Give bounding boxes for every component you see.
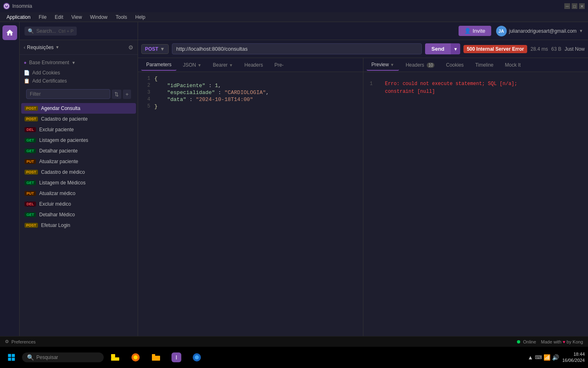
windows-start-button[interactable] [3, 349, 20, 366]
activity-bar: + [0, 22, 20, 368]
user-initials: JA [498, 29, 504, 34]
tab-res-headers[interactable]: Headers 10 [401, 60, 439, 70]
sidebar-title: Requisições [27, 45, 53, 50]
request-item[interactable]: PUTAtualizar paciente [21, 156, 136, 167]
split-pane: Parameters JSON ▼ Bearer ▼ Headers Pre- [138, 58, 588, 368]
request-item[interactable]: POSTCadastro de médico [21, 167, 136, 177]
method-badge: GET [24, 138, 36, 143]
request-body-editor[interactable]: 1 { 2 "idPaciente" : 1, 3 "especialidade… [138, 72, 363, 357]
resp-line-1: 1 Erro: could not execute statement; SQL… [370, 80, 582, 88]
request-item[interactable]: DELExcluir médico [21, 199, 136, 209]
svg-rect-4 [8, 358, 11, 361]
search-placeholder: Search... [36, 28, 56, 34]
add-cookies-item[interactable]: 📄 Add Cookies [20, 69, 138, 77]
user-avatar: JA [496, 26, 507, 36]
preferences-icon[interactable]: ⚙ [5, 339, 9, 344]
request-item[interactable]: GETDetalhar paciente [21, 146, 136, 156]
env-chevron-icon[interactable]: ▼ [71, 61, 76, 65]
request-item[interactable]: POSTCadastro de paciente [21, 114, 136, 124]
tab-cookies[interactable]: Cookies [441, 60, 468, 70]
minimize-button[interactable]: ─ [564, 3, 570, 9]
online-status: Online [517, 339, 536, 344]
request-name: Listagem de pacientes [39, 137, 88, 143]
response-tabs: Preview ▼ Headers 10 Cookies Timeline Mo [363, 58, 588, 72]
online-dot [517, 340, 520, 343]
request-list: POSTAgendar ConsultaPOSTCadastro de paci… [20, 103, 138, 231]
menu-tools[interactable]: Tools [112, 13, 130, 21]
menu-help[interactable]: Help [132, 13, 149, 21]
svg-rect-7 [111, 357, 119, 361]
tray-network-icon: 📶 [543, 354, 550, 361]
svg-rect-3 [12, 354, 15, 357]
request-item[interactable]: PUTAtualizar médico [21, 188, 136, 199]
tab-timeline[interactable]: Timeline [470, 60, 499, 70]
add-certs-item[interactable]: 📋 Add Certificates [20, 77, 138, 85]
search-box[interactable]: 🔍 Search... Ctrl + P [24, 27, 77, 36]
env-dot-icon: ● [24, 60, 27, 65]
home-activity-icon[interactable] [2, 25, 17, 40]
menu-window[interactable]: Window [87, 13, 111, 21]
tab-parameters[interactable]: Parameters [141, 59, 176, 71]
method-label: POST [145, 46, 158, 52]
sidebar-back-icon[interactable]: ‹ [24, 45, 25, 50]
app-title: Insomnia [12, 3, 32, 9]
close-button[interactable]: ✕ [579, 3, 585, 9]
tab-json[interactable]: JSON ▼ [178, 60, 206, 70]
tab-bearer[interactable]: Bearer ▼ [208, 60, 238, 70]
taskbar-files[interactable] [147, 348, 165, 366]
menu-application[interactable]: Application [3, 13, 34, 21]
tray-up-icon[interactable]: ▲ [528, 354, 533, 361]
clock: 18:44 16/06/2024 [562, 351, 585, 364]
code-line-2: 2 "idPaciente" : 1, [138, 82, 363, 89]
taskbar-search[interactable]: 🔍 Pesquisar [22, 352, 104, 362]
request-item[interactable]: GETListagem de pacientes [21, 135, 136, 146]
clock-date: 16/06/2024 [562, 357, 585, 364]
url-input[interactable] [172, 43, 422, 54]
send-dropdown-button[interactable]: ▼ [451, 43, 460, 54]
menu-edit[interactable]: Edit [51, 13, 67, 21]
taskbar-firefox[interactable] [127, 348, 145, 366]
response-pane: Preview ▼ Headers 10 Cookies Timeline Mo [363, 58, 588, 368]
filter-sort-button[interactable]: ⇅ [112, 90, 121, 99]
request-item[interactable]: POSTEfetuar Login [21, 220, 136, 231]
request-name: Cadastro de paciente [41, 116, 88, 122]
title-bar: Insomnia ─ □ ✕ [0, 0, 588, 12]
sidebar-settings-icon[interactable]: ⚙ [128, 44, 134, 51]
tab-mock[interactable]: Mock It [500, 60, 526, 70]
response-timestamp: Just Now [565, 46, 585, 52]
request-item[interactable]: GETListagem de Médicos [21, 177, 136, 188]
add-certs-label: Add Certificates [32, 78, 67, 84]
method-select[interactable]: POST ▼ [141, 44, 169, 54]
method-badge: PUT [24, 191, 36, 196]
filter-input[interactable] [26, 89, 110, 99]
tab-pre[interactable]: Pre- [270, 60, 289, 70]
menu-file[interactable]: File [36, 13, 50, 21]
request-item[interactable]: POSTAgendar Consulta [21, 103, 136, 114]
request-item[interactable]: DELExcluir paciente [21, 124, 136, 135]
sidebar-dropdown-icon[interactable]: ▼ [55, 45, 59, 49]
status-bar: ⚙ Preferences Online Made with ♥ by Kong [0, 336, 588, 347]
maximize-button[interactable]: □ [572, 3, 577, 9]
request-item[interactable]: GETDetalhar Médico [21, 209, 136, 220]
svg-point-13 [195, 355, 199, 359]
method-badge: GET [24, 180, 36, 185]
tab-preview[interactable]: Preview ▼ [367, 59, 399, 71]
taskbar-browser2[interactable] [188, 348, 206, 366]
request-name: Detalhar paciente [39, 148, 78, 154]
top-right-bar: 👤 Invite JA julianarodriguesart@gmail.co… [138, 22, 588, 40]
taskbar-right: ▲ ⌨ 📶 🔊 18:44 16/06/2024 [528, 351, 585, 364]
menu-view[interactable]: View [68, 13, 85, 21]
tab-headers[interactable]: Headers [240, 60, 268, 70]
user-badge[interactable]: JA julianarodriguesart@gmail.com ▼ [496, 26, 584, 36]
window-controls[interactable]: ─ □ ✕ [564, 3, 585, 9]
user-email: julianarodriguesart@gmail.com [509, 28, 577, 34]
taskbar-explorer[interactable] [106, 348, 124, 366]
taskbar-insomnia[interactable]: I [167, 348, 185, 366]
invite-button[interactable]: 👤 Invite [459, 26, 491, 36]
taskbar: 🔍 Pesquisar I ▲ ⌨ 📶 🔊 18:44 16/06/2024 [0, 347, 588, 368]
code-line-1: 1 { [138, 75, 363, 82]
send-button[interactable]: Send [425, 43, 451, 54]
send-btn-group: Send ▼ [425, 43, 461, 54]
preferences-label[interactable]: Preferences [11, 339, 36, 344]
filter-add-button[interactable]: + [123, 90, 131, 99]
